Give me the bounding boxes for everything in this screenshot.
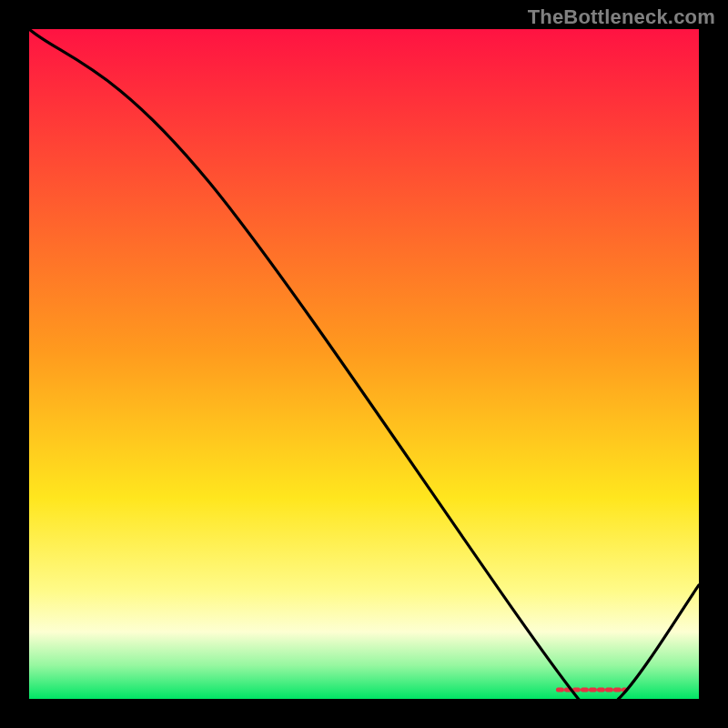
plot-background [29,29,699,699]
chart-container: TheBottleneck.com [0,0,728,728]
chart-svg [0,0,728,728]
watermark-text: TheBottleneck.com [528,5,715,29]
